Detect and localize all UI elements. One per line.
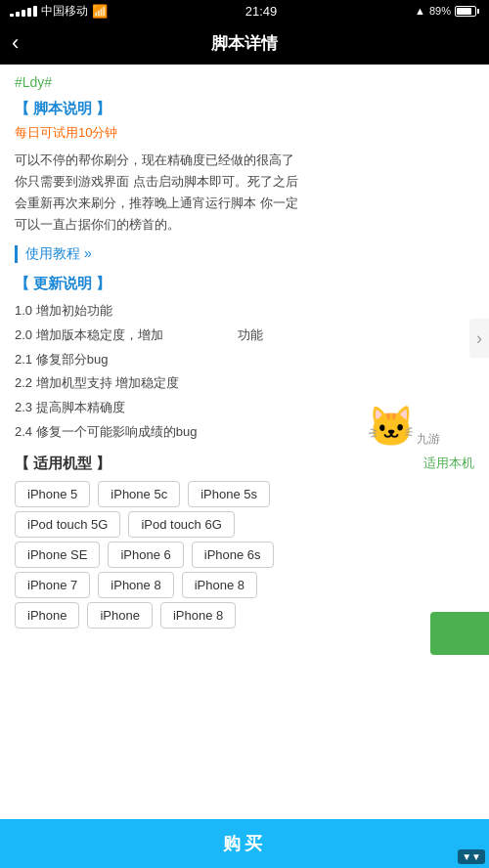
device-tag: iPhone SE [15, 542, 100, 568]
device-tag: iPhone 8 [182, 572, 257, 598]
location-icon: ▲ [415, 5, 425, 17]
device-tag: iPhone 6s [192, 542, 274, 568]
watermark: ▼▼ [458, 849, 485, 864]
buy-button[interactable]: 购买 [223, 832, 266, 855]
clock: 21:49 [245, 4, 278, 19]
buy-bar[interactable]: 购买 [0, 819, 489, 868]
status-left: 中国移动 📶 [10, 3, 108, 20]
device-tag: iPhone 5 [15, 481, 90, 507]
mascot: 🐱 九游 [352, 397, 430, 456]
carrier-label: 中国移动 [41, 3, 88, 20]
update-item: 2.1 修复部分bug [15, 348, 474, 372]
mascot-icon: 🐱 [367, 404, 416, 450]
tutorial-link[interactable]: 使用教程 » [15, 245, 474, 263]
device-tags: iPhone iPhone iPhone 8 [15, 602, 474, 629]
battery-percent: 89% [429, 5, 451, 17]
device-tag: iPhone 5s [188, 481, 270, 507]
update-item: 2.0 增加版本稳定度，增加 功能 [15, 324, 474, 348]
green-side-button[interactable] [430, 612, 489, 655]
device-tags: iPhone 7 iPhone 8 iPhone 8 [15, 572, 474, 598]
main-content: #Ldy# 【 脚本说明 】 每日可试用10分钟 可以不停的帮你刷分，现在精确度… [0, 65, 489, 697]
update-item: 2.2 增加机型支持 增加稳定度 [15, 371, 474, 396]
compatible-label: 适用本机 [423, 455, 474, 472]
device-tag: iPod touch 6G [128, 511, 234, 538]
device-tag: iPhone 5c [98, 481, 180, 507]
device-tag: iPhone 8 [160, 602, 236, 629]
right-arrow-button[interactable]: › [469, 319, 489, 358]
trial-text: 每日可试用10分钟 [15, 124, 474, 142]
mascot-label: 九游 [417, 431, 440, 448]
device-tag: iPhone 6 [108, 542, 183, 568]
page-title: 脚本详情 [211, 32, 278, 55]
update-section-title: 【 更新说明 】 [15, 275, 474, 293]
device-tag: iPhone [87, 602, 152, 629]
description-text: 可以不停的帮你刷分，现在精确度已经做的很高了 你只需要到游戏界面 点击启动脚本即… [15, 150, 474, 236]
wifi-icon: 📶 [92, 4, 108, 19]
back-button[interactable]: ‹ [12, 30, 19, 56]
update-item: 1.0 增加初始功能 [15, 299, 474, 324]
device-tag: iPhone 8 [98, 572, 173, 598]
status-right: ▲ 89% [415, 5, 479, 17]
script-section-title: 【 脚本说明 】 [15, 100, 474, 118]
signal-icon [10, 6, 37, 17]
device-tag: iPod touch 5G [15, 511, 120, 538]
tag-line: #Ldy# [15, 74, 474, 90]
devices-section-title: 【 适用机型 】 [15, 455, 111, 473]
status-bar: 中国移动 📶 21:49 ▲ 89% [0, 0, 489, 22]
battery-icon [455, 6, 479, 17]
nav-bar: ‹ 脚本详情 [0, 22, 489, 65]
device-tag: iPhone [15, 602, 79, 629]
device-tag: iPhone 7 [15, 572, 90, 598]
device-tags: iPhone 5 iPhone 5c iPhone 5s [15, 481, 474, 507]
device-tags: iPhone SE iPhone 6 iPhone 6s [15, 542, 474, 568]
device-tags: iPod touch 5G iPod touch 6G [15, 511, 474, 538]
devices-header: 【 适用机型 】 适用本机 [15, 455, 474, 473]
